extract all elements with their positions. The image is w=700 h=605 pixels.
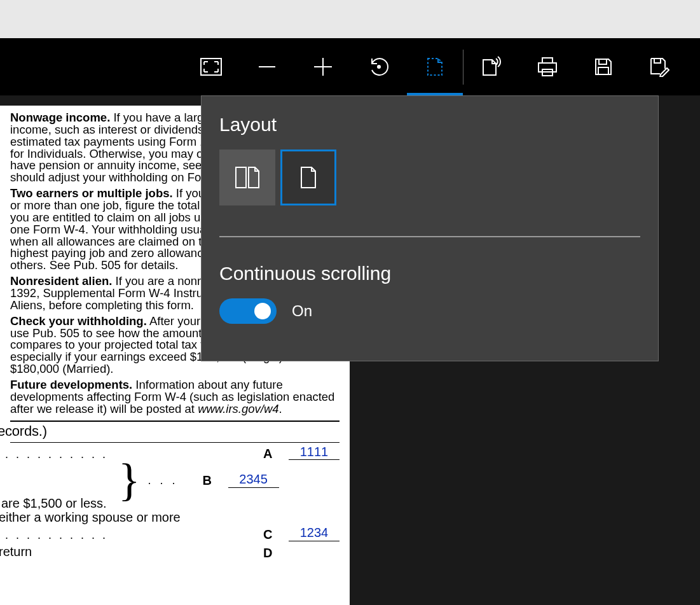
printer-icon (537, 57, 558, 77)
continuous-scrolling-heading: Continuous scrolling (219, 263, 640, 284)
continuous-scrolling-row: On (219, 298, 640, 324)
svg-rect-10 (654, 59, 661, 63)
continuous-scrolling-toggle[interactable] (219, 298, 277, 324)
paragraph-future-dev: Future developments. Information about a… (10, 379, 340, 415)
svg-rect-9 (598, 67, 608, 74)
field-c-value[interactable]: 1234 (289, 526, 340, 541)
single-page-icon (299, 166, 318, 189)
toggle-state-label: On (292, 302, 312, 320)
worksheet-row-b: } ... B 2345 (10, 466, 340, 494)
floppy-disk-edit-icon (649, 57, 669, 77)
fit-page-icon (200, 58, 222, 76)
svg-rect-5 (539, 63, 556, 72)
zoom-out-button[interactable] (239, 38, 295, 95)
worksheet-row-d: return D (10, 544, 340, 559)
field-a-value[interactable]: 1111 (289, 445, 340, 460)
layout-two-page-option[interactable] (219, 150, 275, 205)
plus-icon (313, 57, 333, 77)
worksheet-row-c: .......... C 1234 (10, 526, 340, 541)
rotate-button[interactable] (351, 38, 407, 95)
records-text: ecords.) (0, 424, 340, 438)
zoom-in-button[interactable] (295, 38, 351, 95)
layout-popup: Layout Continuous scrolling On (201, 95, 659, 361)
window-titlebar-area (0, 0, 700, 38)
layout-button[interactable] (407, 38, 463, 95)
svg-rect-0 (201, 59, 221, 75)
popup-divider (219, 236, 640, 237)
field-b-value[interactable]: 2345 (228, 473, 279, 487)
layout-single-page-option[interactable] (280, 150, 336, 205)
save-button[interactable] (575, 38, 631, 95)
floppy-disk-icon (594, 57, 613, 76)
line-divider (10, 442, 340, 443)
page-layout-icon (425, 56, 444, 78)
svg-rect-8 (599, 59, 607, 64)
worksheet-row-a: .......... A 1111 (10, 445, 340, 460)
curly-brace-icon: } (118, 466, 141, 494)
svg-rect-11 (236, 167, 246, 188)
print-button[interactable] (519, 38, 575, 95)
save-as-button[interactable] (631, 38, 687, 95)
line-b-note: are $1,500 or less. (1, 497, 340, 510)
fit-page-button[interactable] (183, 38, 239, 95)
svg-point-4 (377, 65, 381, 69)
pdf-toolbar (0, 38, 700, 95)
toggle-knob (254, 303, 271, 319)
read-aloud-button[interactable] (463, 38, 519, 95)
read-aloud-icon (481, 56, 502, 78)
two-page-icon (235, 166, 260, 189)
section-divider (10, 421, 340, 422)
rotate-icon (368, 56, 390, 78)
layout-heading: Layout (219, 114, 640, 136)
svg-rect-6 (542, 58, 552, 63)
layout-options-group (219, 150, 640, 205)
line-c-pretext: either a working spouse or more (0, 511, 340, 524)
minus-icon (257, 57, 277, 76)
